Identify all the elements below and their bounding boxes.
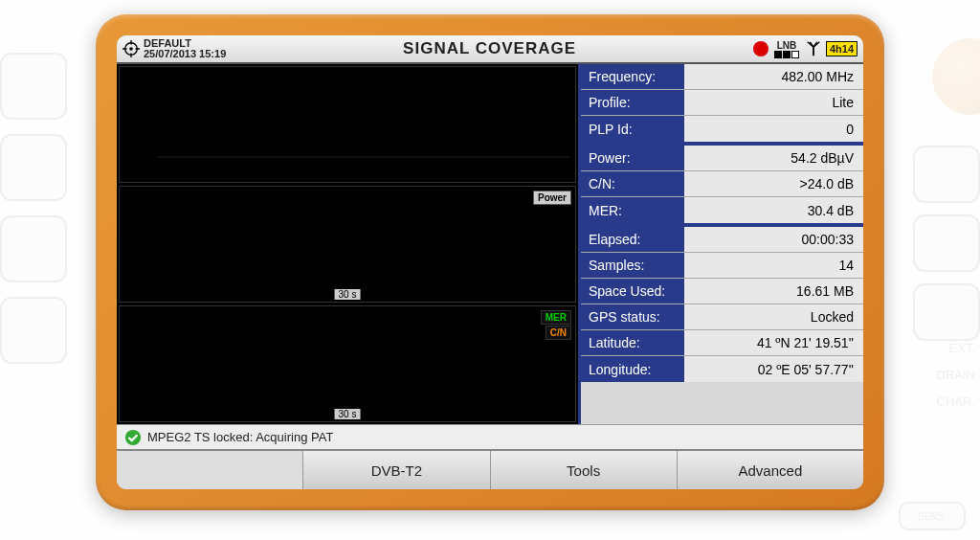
row-value: 00:00:33 [684,227,863,252]
row-value: 0 [684,116,863,142]
row-label: GPS status: [581,304,684,329]
row-value: Locked [684,304,863,329]
row-label: Profile: [581,90,684,115]
row-label: Space Used: [581,279,684,304]
preset-datetime: DEFAULT 25/07/2013 15:19 [144,38,226,59]
footer-btn-advanced[interactable]: Advanced [678,451,863,489]
row-value: 02 ºE 05' 57.77'' [684,356,863,382]
row-label: MER: [581,197,684,223]
data-row: Longitude:02 ºE 05' 57.77'' [581,356,863,382]
datetime: 25/07/2013 15:19 [144,49,226,59]
hw-right-labels: EXT.DRAINCHAR. [899,335,975,416]
topbar: DEFAULT 25/07/2013 15:19 SIGNAL COVERAGE… [117,35,863,64]
row-label: Latitude: [581,330,684,355]
main-content: Power 30 s MER C/N 30 s Frequency:482.00… [117,64,863,424]
row-value: 482.00 MHz [684,64,863,89]
footer-btn-tools[interactable]: Tools [491,451,678,489]
mercn-x-label: 30 s [335,409,361,419]
power-chart[interactable]: Power 30 s [119,186,576,303]
row-label: Longitude: [581,356,684,382]
target-icon [122,40,140,57]
data-row: Latitude:41 ºN 21' 19.51'' [581,330,863,356]
row-label: Frequency: [581,64,684,89]
row-value: 54.2 dBµV [684,146,863,170]
hw-sens-button: SENS. [899,502,966,530]
power-x-label: 30 s [335,289,361,300]
row-value: >24.0 dB [684,171,863,196]
antenna-icon [805,40,822,57]
data-row: Power:54.2 dBµV [581,146,863,171]
page-title: SIGNAL COVERAGE [226,39,753,58]
data-row: GPS status:Locked [581,304,863,330]
data-row: C/N:>24.0 dB [581,171,863,197]
data-row: Space Used:16.61 MB [581,279,863,304]
data-row: Samples:14 [581,253,863,279]
row-label: PLP Id: [581,116,684,142]
hw-knob [932,38,980,115]
battery-indicator: 4h14 [826,41,858,56]
mer-cn-chart[interactable]: MER C/N 30 s [119,305,576,422]
footer-btn-dvbt2[interactable]: DVB-T2 [303,451,490,489]
svg-point-12 [125,429,141,444]
row-value: 16.61 MB [684,279,863,304]
row-value: Lite [684,90,863,115]
spectrum-chart[interactable] [119,66,576,183]
data-row: MER:30.4 dB [581,197,863,223]
row-label: Samples: [581,253,684,278]
row-value: 14 [684,253,863,278]
footer-btn-1[interactable] [117,451,303,489]
charts-column: Power 30 s MER C/N 30 s [117,64,578,424]
status-text: MPEG2 TS locked: Acquiring PAT [147,430,333,444]
row-label: C/N: [581,171,684,196]
row-label: Power: [581,146,684,170]
status-line: MPEG2 TS locked: Acquiring PAT [117,424,863,449]
cn-badge: C/N [546,326,571,340]
data-row: Elapsed:00:00:33 [581,227,863,253]
row-value: 41 ºN 21' 19.51'' [684,330,863,355]
screen: DEFAULT 25/07/2013 15:19 SIGNAL COVERAGE… [117,35,863,489]
lnb-indicator: LNB [774,40,799,58]
record-indicator-icon [753,41,768,56]
mer-badge: MER [541,310,571,325]
device-bezel: DEFAULT 25/07/2013 15:19 SIGNAL COVERAGE… [96,14,884,510]
data-row: Profile:Lite [581,90,863,116]
footer-buttons: DVB-T2 Tools Advanced [117,449,863,489]
power-badge: Power [533,191,571,205]
row-label: Elapsed: [581,227,684,252]
svg-point-1 [129,47,133,51]
row-value: 30.4 dB [684,197,863,223]
hw-right-buttons [894,134,980,352]
data-row: PLP Id:0 [581,116,863,142]
hw-left-buttons [0,38,86,378]
data-panel: Frequency:482.00 MHzProfile:LitePLP Id:0… [578,64,863,424]
check-circle-icon [124,429,142,446]
data-row: Frequency:482.00 MHz [581,64,863,90]
